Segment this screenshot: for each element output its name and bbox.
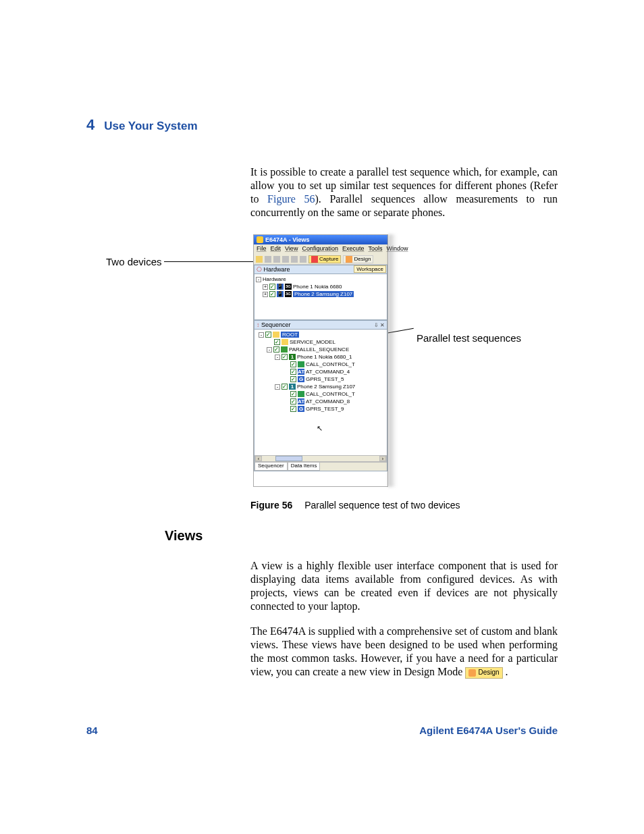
menu-execute[interactable]: Execute: [342, 245, 365, 253]
tree-row[interactable]: ✓GGPRS_TEST_9: [256, 405, 385, 413]
tree-row[interactable]: + ✓ 📱 3G Phone 2 Samsung Z107: [256, 290, 385, 298]
checkbox[interactable]: ✓: [290, 361, 296, 367]
sequencer-panel-title: Sequencer: [261, 321, 291, 328]
menu-file[interactable]: File: [257, 245, 267, 253]
menu-edit[interactable]: Edit: [271, 245, 281, 253]
tree-row[interactable]: ✓SERVICE_MODEL: [256, 338, 385, 346]
tree-row[interactable]: -✓1Phone 2 Samsung Z107: [256, 383, 385, 390]
capture-label: Capture: [319, 256, 338, 262]
node-icon: [281, 346, 288, 353]
node-icon: G: [298, 406, 304, 412]
text: .: [506, 666, 508, 677]
workspace-tab[interactable]: Workspace: [354, 265, 386, 273]
checkbox[interactable]: ✓: [290, 376, 296, 382]
panel-pin-icon[interactable]: ⇩ ✕: [374, 322, 385, 328]
figure-cross-reference[interactable]: Figure 56: [267, 193, 315, 205]
paragraph-views-intro: A view is a highly flexible user interfa…: [250, 559, 558, 613]
checkbox[interactable]: ✓: [281, 354, 288, 360]
app-window: E6474A - Views File Edit View Configurat…: [253, 234, 388, 487]
scroll-right-icon[interactable]: ›: [379, 456, 386, 461]
scroll-left-icon[interactable]: ‹: [255, 456, 262, 461]
tree-row[interactable]: -✓PARALLEL_SEQUENCE: [256, 346, 385, 353]
cursor-icon: ↖: [317, 424, 323, 433]
paragraph-parallel-intro: It is possible to create a parallel test…: [250, 165, 558, 219]
tree-row[interactable]: -✓ROOT: [256, 331, 385, 338]
checkbox[interactable]: ✓: [269, 284, 275, 290]
views-heading: Views: [165, 528, 203, 544]
checkbox[interactable]: ✓: [274, 339, 280, 345]
node-icon: AT: [298, 369, 304, 375]
capture-button[interactable]: Capture: [308, 255, 341, 263]
design-icon: [346, 256, 352, 263]
checkbox[interactable]: ✓: [290, 406, 296, 412]
tree-label: AT_COMMAND_8: [306, 398, 350, 405]
sequencer-tabs: Sequencer Data Items: [254, 462, 387, 471]
node-icon: 1: [289, 384, 296, 390]
expand-icon[interactable]: -: [256, 277, 261, 282]
hardware-panel-title: Hardware: [264, 266, 290, 273]
menu-configuration[interactable]: Configuration: [302, 245, 338, 253]
document-title: Agilent E6474A User's Guide: [419, 725, 558, 736]
tree-label: GPRS_TEST_5: [306, 376, 344, 382]
text: The E6474A is supplied with a comprehens…: [250, 625, 558, 677]
tab-sequencer[interactable]: Sequencer: [254, 463, 288, 471]
tree-row[interactable]: ✓CALL_CONTROL_T: [256, 361, 385, 368]
filter-icon[interactable]: [291, 256, 298, 263]
tree-row[interactable]: + ✓ 📱 3G Phone 1 Nokia 6680: [256, 283, 385, 290]
menubar: File Edit View Configuration Execute Too…: [254, 244, 387, 254]
tree-row[interactable]: ✓ATAT_COMMAND_4: [256, 368, 385, 375]
paste-icon[interactable]: [282, 256, 289, 263]
figure-caption: Figure 56Parallel sequence test of two d…: [250, 500, 460, 511]
sequencer-panel-header[interactable]: ↕ Sequencer ⇩ ✕: [254, 320, 387, 330]
checkbox[interactable]: ✓: [273, 346, 279, 353]
chapter-title: Use Your System: [104, 120, 197, 133]
design-button[interactable]: Design: [343, 255, 373, 263]
figure-torn-edge: [388, 234, 396, 487]
checkbox[interactable]: ✓: [281, 384, 288, 390]
horizontal-scrollbar[interactable]: ‹ ›: [254, 455, 387, 462]
scroll-thumb[interactable]: [275, 456, 302, 461]
chapter-number: 4: [86, 116, 95, 134]
open-icon[interactable]: [256, 256, 263, 263]
checkbox[interactable]: ✓: [269, 291, 275, 297]
menu-view[interactable]: View: [285, 245, 298, 253]
expand-icon[interactable]: +: [263, 284, 268, 290]
page-number: 84: [86, 725, 98, 736]
checkbox[interactable]: ✓: [290, 398, 296, 405]
checkbox[interactable]: ✓: [290, 369, 296, 375]
expand-icon[interactable]: -: [267, 347, 272, 353]
node-icon: [298, 391, 304, 397]
paragraph-views-design: The E6474A is supplied with a comprehens…: [250, 625, 558, 679]
views-icon[interactable]: [300, 256, 306, 263]
expand-icon[interactable]: -: [275, 355, 280, 360]
tab-data-items[interactable]: Data Items: [288, 463, 321, 471]
expand-icon[interactable]: +: [263, 292, 268, 297]
toolbar: Capture Design: [254, 254, 387, 265]
tree-row[interactable]: ✓CALL_CONTROL_T: [256, 390, 385, 398]
tree-label: Phone 2 Samsung Z107: [297, 384, 355, 390]
tree-row[interactable]: ✓ATAT_COMMAND_8: [256, 398, 385, 405]
phone-icon: 📱: [277, 291, 284, 297]
checkbox[interactable]: ✓: [265, 332, 271, 338]
hardware-panel-body: - Hardware + ✓ 📱 3G Phone 1 Nokia 6680 +…: [254, 274, 387, 320]
phone-icon: 📱: [277, 284, 284, 290]
cut-icon[interactable]: [265, 256, 271, 263]
tree-row[interactable]: - Hardware: [256, 276, 385, 283]
tree-label: Hardware: [263, 276, 286, 282]
figure-caption-text: Parallel sequence test of two devices: [304, 500, 460, 511]
figure-label: Figure 56: [250, 500, 292, 511]
menu-tools[interactable]: Tools: [368, 245, 382, 253]
node-icon: [298, 361, 304, 367]
tree-label: SERVICE_MODEL: [290, 339, 336, 345]
window-titlebar[interactable]: E6474A - Views: [254, 235, 387, 244]
tree-label: ROOT: [281, 332, 299, 338]
tree-row[interactable]: -✓1Phone 1 Nokia 6680_1: [256, 353, 385, 361]
tree-row[interactable]: ✓GGPRS_TEST_5: [256, 375, 385, 383]
tree-label: CALL_CONTROL_T: [306, 361, 355, 367]
expand-icon[interactable]: -: [275, 384, 280, 390]
copy-icon[interactable]: [273, 256, 280, 263]
expand-icon[interactable]: -: [259, 332, 264, 338]
checkbox[interactable]: ✓: [290, 391, 296, 397]
app-icon: [257, 236, 263, 243]
window-title: E6474A - Views: [265, 236, 310, 243]
